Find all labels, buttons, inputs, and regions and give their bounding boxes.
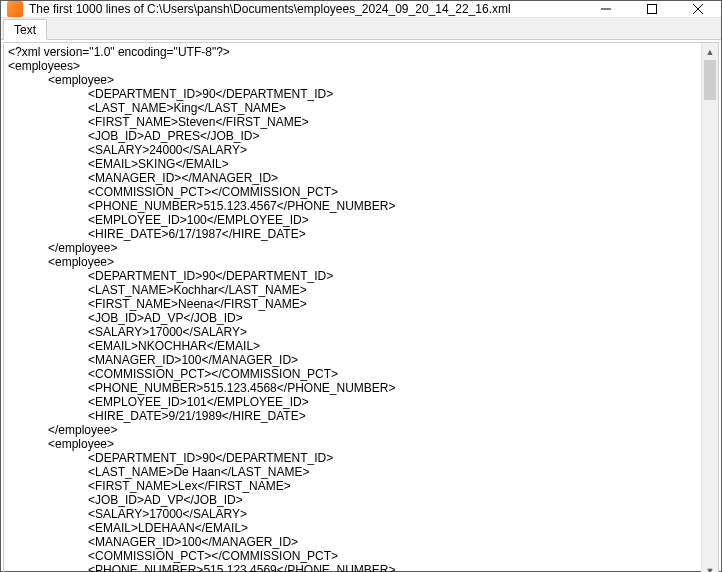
titlebar[interactable]: The first 1000 lines of C:\Users\pansh\D…	[1, 1, 721, 18]
vertical-scrollbar[interactable]: ▲ ▼	[701, 43, 718, 572]
window-title: The first 1000 lines of C:\Users\pansh\D…	[29, 2, 583, 16]
xml-text-view[interactable]: <?xml version="1.0" encoding="UTF-8"?><e…	[4, 43, 701, 572]
tab-bar: Text	[1, 18, 721, 40]
window-frame: The first 1000 lines of C:\Users\pansh\D…	[0, 0, 722, 572]
maximize-button[interactable]	[629, 1, 675, 17]
scroll-down-arrow[interactable]: ▼	[702, 562, 718, 572]
svg-rect-1	[648, 5, 657, 14]
scroll-up-arrow[interactable]: ▲	[702, 43, 718, 60]
content-frame: <?xml version="1.0" encoding="UTF-8"?><e…	[3, 42, 719, 572]
vertical-scroll-thumb[interactable]	[704, 60, 716, 100]
window-controls	[583, 1, 721, 17]
content-wrap: <?xml version="1.0" encoding="UTF-8"?><e…	[1, 40, 721, 572]
close-button[interactable]	[675, 1, 721, 17]
minimize-button[interactable]	[583, 1, 629, 17]
tab-text[interactable]: Text	[3, 19, 47, 40]
app-icon	[7, 1, 23, 17]
